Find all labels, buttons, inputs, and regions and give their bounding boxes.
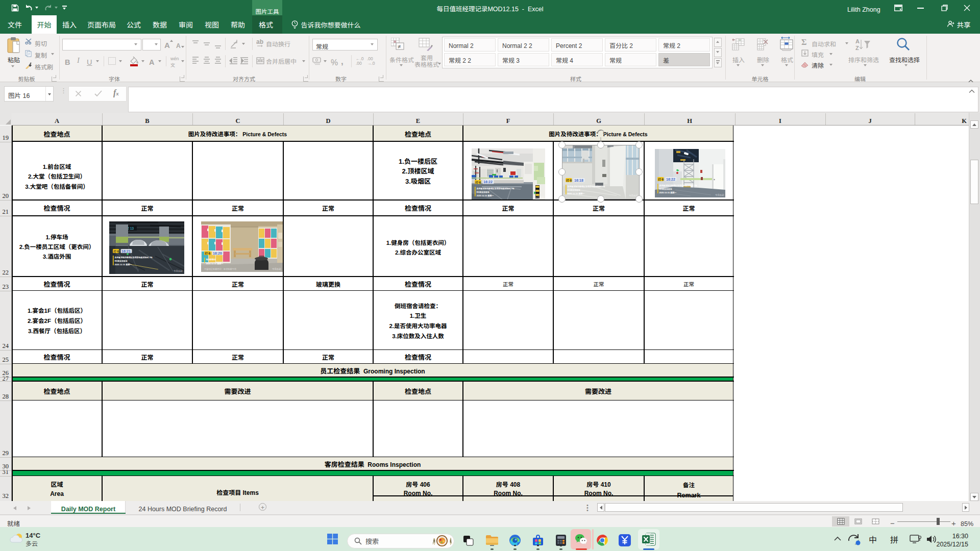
- svg-text:今日水印: 今日水印: [272, 267, 281, 270]
- svg-text:RK商业综合体: RK商业综合体: [659, 187, 672, 190]
- svg-text:地点获取中: 地点获取中: [206, 258, 216, 261]
- svg-text:16:20: 16:20: [213, 251, 222, 256]
- svg-text:贵州省贵阳市南明区龙洞堡街道贵阳AC PA: 贵州省贵阳市南明区龙洞堡街道贵阳AC PA: [115, 256, 153, 259]
- svg-text:打卡: 打卡: [475, 180, 481, 185]
- svg-text:今日水印: 今日水印: [535, 196, 544, 199]
- svg-text:贵州省贵阳市南明区龙洞堡街道贵阳AC PA: 贵州省贵阳市南明区龙洞堡街道贵阳AC PA: [659, 184, 697, 187]
- svg-text:今日水印: 今日水印: [174, 269, 183, 272]
- svg-text:RK商业综合体: RK商业综合体: [115, 259, 128, 262]
- svg-text:打卡: 打卡: [113, 249, 119, 254]
- svg-text:16:22: 16:22: [666, 177, 675, 182]
- svg-text:2025.12.15 星期一: 2025.12.15 星期一: [115, 263, 132, 266]
- svg-text:RK商业综合体: RK商业综合体: [477, 190, 489, 193]
- svg-text:16:22: 16:22: [483, 179, 493, 184]
- svg-text:打卡: 打卡: [205, 251, 211, 256]
- svg-text:今日水印: 今日水印: [715, 193, 724, 196]
- svg-text:ab: ab: [256, 38, 263, 45]
- svg-text:≠: ≠: [398, 42, 401, 50]
- svg-text:2025.12.15 星期一: 2025.12.15 星期一: [659, 191, 677, 194]
- svg-text:2025.12.15 星期一: 2025.12.15 星期一: [206, 262, 224, 265]
- svg-text:Z: Z: [855, 43, 859, 52]
- svg-text:贵州省贵阳市南明区龙洞堡街道贵阳AC PA: 贵州省贵阳市南明区龙洞堡街道贵阳AC PA: [477, 187, 514, 190]
- svg-text:中国地区拍摄时间：杂项拍摄专用: 中国地区拍摄时间：杂项拍摄专用: [204, 267, 236, 270]
- svg-text:2025.12.15 星期一: 2025.12.15 星期一: [477, 194, 494, 197]
- svg-text:16:21: 16:21: [121, 248, 131, 254]
- svg-text:打卡: 打卡: [658, 177, 664, 182]
